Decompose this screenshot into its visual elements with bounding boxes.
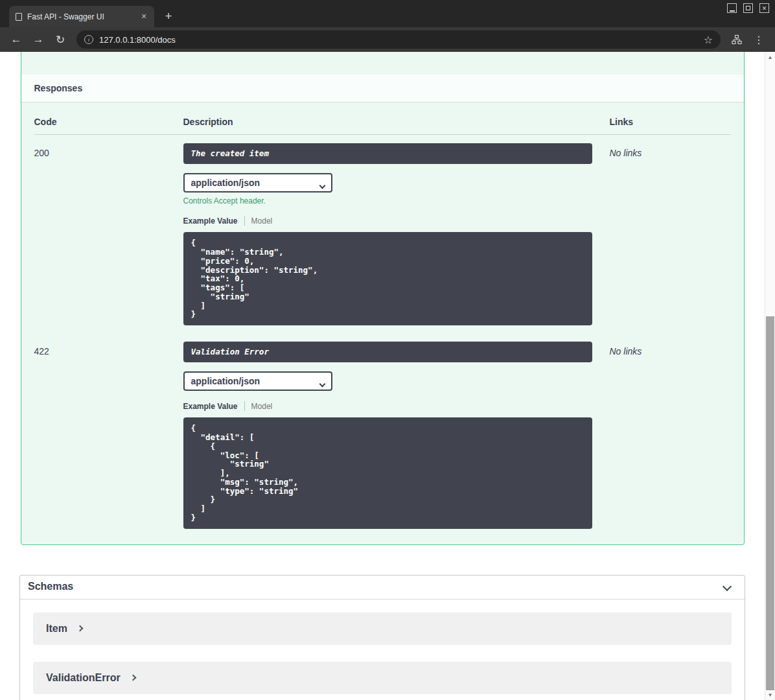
scroll-down-arrow-icon[interactable]: ▼: [765, 690, 775, 699]
chevron-right-icon: [130, 675, 136, 681]
bookmark-star-icon[interactable]: ☆: [704, 34, 713, 46]
opblock-responses-section: Responses Code Description Links 200 The…: [21, 52, 745, 545]
tab-title: Fast API - Swagger UI: [27, 12, 133, 21]
response-example-json: { "detail": [ { "loc": [ "string" ], "ms…: [183, 417, 592, 528]
media-type-control: application/json: [183, 371, 332, 391]
opblock-body-space: [21, 52, 744, 75]
col-header-description: Description: [183, 117, 610, 127]
responses-table-head: Code Description Links: [34, 107, 731, 135]
tab-strip: Fast API - Swagger UI ✕ + ✕: [0, 0, 775, 27]
tab-example-value[interactable]: Example Value: [183, 402, 238, 411]
minimize-icon: [730, 10, 735, 12]
window-controls: ✕: [727, 3, 769, 13]
browser-tab[interactable]: Fast API - Swagger UI ✕: [9, 6, 154, 27]
response-row-422: 422 Validation Error application/json Ex…: [34, 333, 731, 537]
chevron-right-icon: [76, 625, 83, 632]
response-code: 422: [34, 342, 183, 529]
kebab-menu-icon[interactable]: ⋮: [749, 30, 769, 49]
site-tree-icon: [732, 34, 742, 45]
tab-close-icon[interactable]: ✕: [139, 12, 149, 22]
schemas-title: Schemas: [28, 581, 73, 592]
schemas-section: Schemas Item ValidationError: [19, 575, 745, 700]
media-type-select[interactable]: application/json: [183, 371, 332, 391]
window-maximize-button[interactable]: [743, 3, 753, 13]
col-header-links: Links: [610, 117, 731, 127]
model-item[interactable]: Item: [33, 612, 732, 645]
model-validationerror[interactable]: ValidationError: [33, 662, 732, 694]
scrollbar[interactable]: ▲ ▼: [765, 52, 775, 700]
browser-toolbar: ← → ↻ i 127.0.0.1:8000/docs ☆ ⋮: [0, 27, 775, 52]
response-description: The created item: [183, 143, 592, 164]
window-minimize-button[interactable]: [727, 3, 737, 13]
example-tabs: Example Value Model: [183, 401, 610, 411]
col-header-code: Code: [34, 117, 183, 127]
maximize-icon: [746, 6, 750, 10]
response-example-json: { "name": "string", "price": 0, "descrip…: [183, 232, 592, 325]
new-tab-button[interactable]: +: [159, 7, 178, 25]
responses-table: Code Description Links 200 The created i…: [21, 102, 744, 544]
response-code: 200: [34, 143, 183, 325]
window-close-button[interactable]: ✕: [759, 3, 769, 13]
model-name: ValidationError: [46, 672, 121, 684]
tab-divider: [244, 216, 245, 226]
response-links: No links: [610, 342, 731, 529]
swagger-page: Responses Code Description Links 200 The…: [0, 52, 765, 700]
tab-model[interactable]: Model: [251, 216, 273, 226]
models-list: Item ValidationError: [20, 600, 745, 700]
scrollbar-thumb[interactable]: [766, 316, 774, 690]
media-type-control: application/json: [183, 173, 332, 192]
back-button[interactable]: ←: [6, 30, 26, 49]
scroll-up-arrow-icon[interactable]: ▲: [765, 52, 775, 62]
page-favicon-icon: [16, 13, 22, 21]
chevron-down-icon[interactable]: [723, 581, 732, 590]
responses-title: Responses: [34, 83, 731, 93]
response-description-cell: The created item application/json Contro…: [183, 143, 610, 325]
page-viewport: Responses Code Description Links 200 The…: [0, 52, 775, 700]
browser-window: Fast API - Swagger UI ✕ + ✕ ← → ↻ i 127.…: [0, 0, 775, 700]
site-info-icon[interactable]: i: [84, 35, 93, 44]
model-name: Item: [46, 623, 67, 635]
responses-header: Responses: [21, 75, 744, 102]
tab-model[interactable]: Model: [251, 402, 273, 411]
address-bar[interactable]: i 127.0.0.1:8000/docs ☆: [76, 30, 721, 49]
forward-button[interactable]: →: [29, 30, 48, 49]
media-type-select[interactable]: application/json: [183, 173, 332, 192]
tab-divider: [244, 401, 245, 411]
response-description-cell: Validation Error application/json Exampl…: [183, 342, 610, 529]
accept-header-hint: Controls Accept header.: [183, 196, 610, 205]
url-text: 127.0.0.1:8000/docs: [99, 35, 698, 45]
response-description: Validation Error: [183, 342, 592, 362]
response-links: No links: [610, 143, 731, 325]
example-tabs: Example Value Model: [183, 216, 610, 226]
reload-button[interactable]: ↻: [51, 30, 70, 49]
response-row-200: 200 The created item application/json Co…: [34, 135, 731, 333]
tab-example-value[interactable]: Example Value: [183, 216, 238, 226]
extensions-icon[interactable]: [727, 30, 746, 49]
schemas-header[interactable]: Schemas: [20, 576, 745, 600]
